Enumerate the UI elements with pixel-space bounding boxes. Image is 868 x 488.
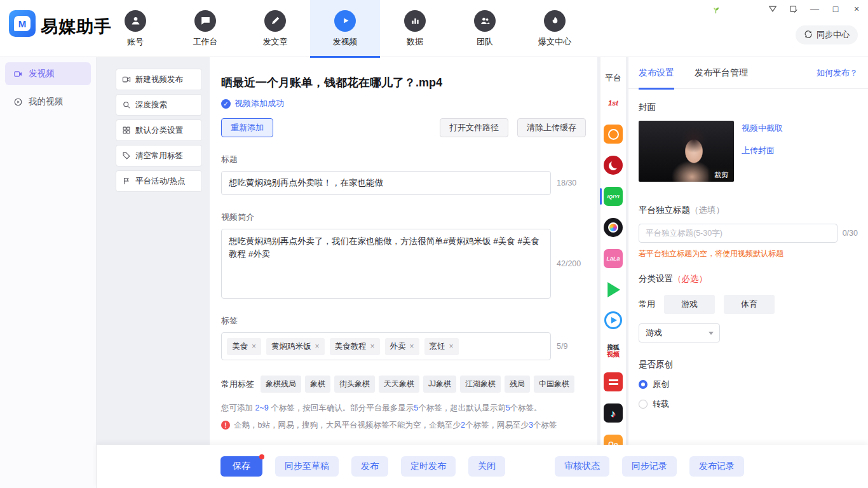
red-1st-glyph: 1st — [608, 99, 618, 107]
tab-data[interactable]: 数据 — [380, 0, 450, 57]
sync-to-draft-button[interactable]: 同步至草稿 — [275, 456, 339, 477]
pencil-icon — [264, 10, 286, 32]
remove-tag-icon[interactable]: × — [315, 342, 320, 351]
screenshot-icon[interactable] — [789, 4, 799, 14]
platform-blue-circle-icon[interactable] — [604, 311, 622, 329]
platform-orange-square-icon[interactable] — [604, 125, 623, 144]
sidebar-item-publish-video[interactable]: 发视频 — [5, 62, 91, 85]
common-tag[interactable]: 江湖象棋 — [460, 376, 501, 393]
remove-tag-icon[interactable]: × — [449, 342, 454, 351]
clear-common-tags-button[interactable]: 清空常用标签 — [116, 145, 202, 166]
tab-account[interactable]: 账号 — [100, 0, 170, 57]
platform-orange-oo-icon[interactable]: Oo — [604, 435, 623, 445]
publish-records-button[interactable]: 发布记录 — [689, 456, 744, 477]
cover-label: 封面 — [639, 102, 858, 113]
platform-dark-circle-icon[interactable] — [604, 218, 623, 237]
common-tag[interactable]: 中国象棋 — [534, 376, 574, 393]
common-tag[interactable]: 天天象棋 — [379, 376, 419, 393]
save-label: 保存 — [233, 461, 250, 471]
description-counter: 42/200 — [557, 259, 586, 268]
remove-tag-icon[interactable]: × — [252, 342, 256, 351]
title-input[interactable] — [221, 171, 551, 195]
action-label: 默认分类设置 — [135, 125, 183, 136]
maximize-button[interactable]: □ — [831, 4, 841, 14]
review-status-button[interactable]: 审核状态 — [555, 456, 609, 477]
file-toolbar: 重新添加 打开文件路径 清除上传缓存 — [221, 118, 586, 137]
play-icon — [334, 10, 356, 32]
platform-red-1st-icon[interactable]: 1st — [604, 93, 623, 112]
close-button[interactable]: × — [851, 4, 862, 14]
quick-category-sports[interactable]: 体育 — [724, 295, 775, 314]
category-select[interactable]: 游戏 — [639, 323, 720, 342]
tab-workbench[interactable]: 工作台 — [170, 0, 240, 57]
minimize-button[interactable]: — — [810, 4, 820, 14]
radio-original-label: 原创 — [653, 379, 669, 390]
platform-red-square-icon[interactable] — [604, 372, 623, 391]
publish-button[interactable]: 发布 — [351, 456, 388, 477]
sidebar-item-label: 我的视频 — [29, 96, 63, 107]
default-category-settings-button[interactable]: 默认分类设置 — [116, 119, 202, 141]
nav-label: 团队 — [477, 36, 493, 48]
sohu-wordmark-top: 搜狐 — [607, 344, 620, 351]
new-video-publish-button[interactable]: 新建视频发布 — [116, 69, 202, 90]
tag-chip: 烹饪× — [424, 338, 459, 355]
save-button[interactable]: 保存 — [220, 456, 262, 477]
tab-hot-center[interactable]: 爆文中心 — [520, 0, 590, 57]
independent-title-counter: 0/30 — [843, 229, 858, 238]
radio-repost[interactable]: 转载 — [639, 398, 858, 410]
common-tag[interactable]: 象棋残局 — [261, 376, 301, 393]
tab-publish-article[interactable]: 发文章 — [240, 0, 310, 57]
cover-thumbnail[interactable]: 裁剪 — [639, 121, 734, 182]
nav-label: 发视频 — [333, 36, 358, 48]
upload-cover-link[interactable]: 上传封面 — [742, 145, 783, 156]
platform-ifeng-swirl-icon[interactable] — [604, 156, 623, 175]
common-tag[interactable]: 残局 — [505, 376, 530, 393]
quick-category-game[interactable]: 游戏 — [664, 295, 715, 314]
sync-center-button[interactable]: 同步中心 — [796, 25, 858, 44]
sidebar: 发视频 我的视频 — [0, 57, 97, 488]
sync-records-button[interactable]: 同步记录 — [622, 456, 677, 477]
sync-center-label: 同步中心 — [817, 29, 850, 41]
how-to-publish-link[interactable]: 如何发布？ — [817, 67, 858, 79]
platform-lala-icon[interactable]: LaLa — [604, 249, 623, 268]
scheduled-publish-button[interactable]: 定时发布 — [401, 456, 456, 477]
radio-repost-label: 转载 — [653, 398, 669, 410]
open-file-path-button[interactable]: 打开文件路径 — [440, 118, 508, 137]
upload-status: ✓ 视频添加成功 — [221, 98, 586, 109]
deep-search-button[interactable]: 深度搜索 — [116, 94, 202, 116]
tab-publish-video[interactable]: 发视频 — [310, 0, 380, 57]
nav-label: 爆文中心 — [538, 36, 571, 48]
lala-wordmark: LaLa — [606, 255, 620, 262]
crop-button[interactable]: 裁剪 — [709, 168, 734, 182]
common-tag[interactable]: 街头象棋 — [334, 376, 375, 393]
title-label: 标题 — [221, 154, 586, 165]
platform-activities-button[interactable]: 平台活动/热点 — [116, 170, 202, 192]
status-text: 视频添加成功 — [234, 98, 284, 109]
tags-input-box[interactable]: 美食× 黄焖鸡米饭× 美食教程× 外卖× 烹饪× — [221, 332, 551, 360]
platform-douyin-icon[interactable]: ♪ — [604, 403, 623, 423]
common-tags-label: 常用标签 — [221, 379, 254, 390]
common-tag[interactable]: JJ象棋 — [423, 376, 456, 393]
tab-publish-settings[interactable]: 发布设置 — [639, 57, 674, 89]
capture-from-video-link[interactable]: 视频中截取 — [742, 123, 783, 134]
signal-icon[interactable] — [768, 4, 778, 14]
platform-sohu-video-icon[interactable]: 搜狐视频 — [604, 341, 623, 360]
remove-tag-icon[interactable]: × — [410, 342, 414, 351]
window-controls: — □ × — [768, 4, 862, 14]
tag-chip-label: 外卖 — [390, 341, 406, 352]
tab-team[interactable]: 团队 — [450, 0, 520, 57]
radio-original[interactable]: 原创 — [639, 379, 858, 390]
remove-tag-icon[interactable]: × — [370, 342, 375, 351]
tab-platform-management[interactable]: 发布平台管理 — [695, 57, 748, 89]
readd-video-button[interactable]: 重新添加 — [221, 118, 273, 137]
platform-green-play-icon[interactable] — [604, 280, 623, 299]
platform-iqiyi-icon[interactable]: iQIYI — [604, 187, 623, 206]
video-filename: 晒最近一个月账单，钱都花在哪儿了？.mp4 — [221, 75, 586, 90]
clear-upload-cache-button[interactable]: 清除上传缓存 — [517, 118, 586, 137]
description-textarea[interactable]: 想吃黄焖鸡别再点外卖了，我们在家也能做，方法很简单#黄焖鸡米饭 #美食 #美食教… — [221, 229, 551, 299]
close-editor-button[interactable]: 关闭 — [468, 456, 505, 477]
independent-title-hint: 若平台独立标题为空，将使用视频默认标题 — [639, 248, 858, 259]
sidebar-item-my-videos[interactable]: 我的视频 — [5, 90, 91, 113]
common-tag[interactable]: 象棋 — [305, 376, 330, 393]
independent-title-input[interactable] — [639, 224, 837, 243]
